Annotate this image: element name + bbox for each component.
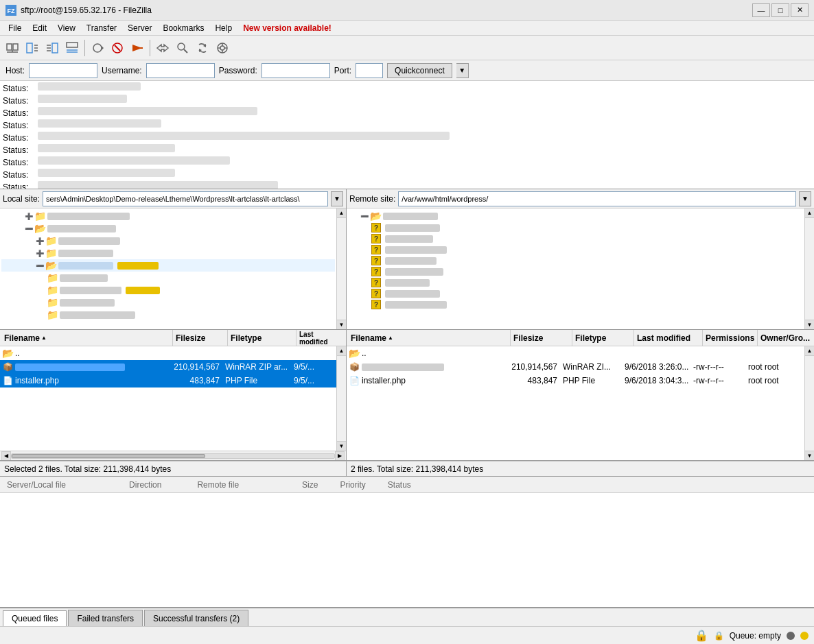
minimize-button[interactable]: — [752, 3, 770, 17]
toolbar-cancel[interactable] [128, 38, 147, 58]
remote-site-path[interactable] [398, 191, 796, 206]
toolbar-refresh[interactable] [193, 38, 212, 58]
tree-expand-icon[interactable]: ➕ [25, 212, 33, 220]
quickconnect-button[interactable]: Quickconnect [387, 63, 452, 78]
tree-item[interactable]: ? [348, 277, 803, 288]
tree-item[interactable]: ? [348, 288, 803, 299]
local-col-filename[interactable]: Filename ▲ [1, 330, 173, 346]
toolbar-networkconfig[interactable] [213, 38, 232, 58]
hscroll-thumb[interactable] [12, 454, 205, 458]
local-file-table[interactable]: 📂 .. 📦 [0, 346, 336, 451]
tree-item[interactable]: ? [348, 266, 803, 277]
tree-item[interactable]: ➕ 📁 [1, 247, 335, 259]
tree-item[interactable]: 📁 [1, 284, 335, 296]
password-input[interactable] [261, 63, 330, 78]
local-site-label: Local site: [3, 194, 40, 204]
table-row[interactable]: 📂 .. [347, 346, 804, 360]
hscroll-track[interactable] [11, 453, 335, 459]
toolbar-local-toggle[interactable] [23, 38, 42, 58]
menu-view[interactable]: View [52, 22, 81, 34]
folder-icon: 📁 [45, 248, 57, 259]
local-files-hscroll[interactable]: ◀ ▶ [0, 451, 346, 460]
tree-item[interactable]: ? [348, 222, 803, 233]
remote-col-owner[interactable]: Owner/Gro... [758, 330, 813, 346]
folder-icon: 📁 [47, 309, 58, 320]
menu-edit[interactable]: Edit [27, 22, 52, 34]
menu-transfer[interactable]: Transfer [81, 22, 122, 34]
menu-server[interactable]: Server [122, 22, 157, 34]
remote-col-filetype[interactable]: Filetype [572, 330, 634, 346]
menu-file[interactable]: File [3, 22, 27, 34]
local-file-tree[interactable]: ➕ 📁 ➖ 📂 ➕ 📁 [0, 208, 336, 329]
table-row[interactable]: 📄 installer.php 483,847 PHP File 9/6/201… [347, 374, 804, 387]
remote-file-table[interactable]: 📂 .. 📦 [347, 346, 804, 460]
toolbar-disconnect[interactable] [108, 38, 127, 58]
tab-queued-files[interactable]: Queued files [3, 610, 67, 627]
svg-point-22 [178, 43, 185, 50]
local-site-dropdown[interactable]: ▼ [331, 191, 343, 206]
local-col-filetype[interactable]: Filetype [228, 330, 296, 346]
table-row[interactable]: 📦 210,914,567 WinRAR ZIP ar... 9/5/... [0, 360, 336, 374]
tab-failed-transfers[interactable]: Failed transfers [68, 610, 143, 626]
status-line: Status: [3, 144, 811, 156]
tree-item[interactable]: ? [348, 244, 803, 255]
local-site-path[interactable] [43, 191, 328, 206]
local-col-filesize[interactable]: Filesize [173, 330, 228, 346]
username-input[interactable] [146, 63, 215, 78]
col-status: Status [384, 480, 415, 490]
quickconnect-dropdown-arrow[interactable]: ▼ [456, 63, 469, 78]
toolbar-log-toggle[interactable] [62, 38, 82, 58]
toolbar-reconnect[interactable] [88, 38, 107, 58]
local-col-modified[interactable]: Last modified [296, 330, 345, 346]
tree-item[interactable]: ➖ 📂 [1, 259, 335, 272]
remote-files-vscroll[interactable]: ▲ ▼ [804, 346, 814, 460]
table-row[interactable]: 📦 210,914,567 WinRAR ZI... 9/6/2018 3:26… [347, 360, 804, 374]
unknown-icon: ? [371, 289, 381, 298]
scroll-right[interactable]: ▶ [335, 451, 345, 461]
table-row[interactable]: 📂 .. [0, 346, 336, 360]
remote-tree-vscroll[interactable]: ▲ ▼ [804, 208, 814, 329]
tab-successful-transfers[interactable]: Successful transfers (2) [144, 610, 248, 626]
tree-item[interactable]: ? [348, 299, 803, 310]
remote-col-modified[interactable]: Last modified [634, 330, 703, 346]
tree-item[interactable]: 📁 [1, 272, 335, 284]
menu-bookmarks[interactable]: Bookmarks [157, 22, 209, 34]
host-input[interactable] [29, 63, 97, 78]
tree-expand-icon[interactable]: ➖ [360, 212, 369, 220]
tree-item[interactable]: ? [348, 255, 803, 266]
tree-expand-icon[interactable]: ➕ [36, 249, 44, 257]
toolbar-search[interactable] [173, 38, 192, 58]
menu-help[interactable]: Help [209, 22, 237, 34]
scroll-left[interactable]: ◀ [1, 451, 11, 461]
remote-col-filename[interactable]: Filename ▲ [348, 330, 511, 346]
local-tree-vscroll[interactable]: ▲ ▼ [336, 208, 346, 329]
local-files-header: Filename ▲ Filesize Filetype Last modifi… [0, 330, 346, 346]
toolbar-remote-toggle[interactable] [43, 38, 62, 58]
tree-item[interactable]: ➖ 📂 [1, 222, 335, 235]
close-button[interactable]: ✕ [791, 3, 809, 17]
svg-rect-14 [67, 43, 78, 47]
toolbar-sync-browse[interactable] [153, 38, 172, 58]
remote-file-tree[interactable]: ➖ 📂 ? ? [347, 208, 804, 329]
tree-expand-icon[interactable]: ➖ [36, 261, 44, 270]
toolbar-sitemanager[interactable] [3, 38, 22, 58]
port-input[interactable] [356, 63, 383, 78]
tree-item[interactable]: ➖ 📂 [348, 210, 803, 222]
col-remote-file: Remote file [193, 480, 243, 490]
menu-new-version[interactable]: New version available! [237, 22, 337, 34]
remote-col-permissions[interactable]: Permissions [703, 330, 758, 346]
parent-folder-icon: 📂 [2, 348, 14, 359]
tree-expand-icon[interactable]: ➖ [25, 224, 33, 232]
status-line: Status: [3, 95, 811, 107]
table-row[interactable]: 📄 installer.php 483,847 PHP File 9/5/... [0, 374, 336, 387]
tree-item[interactable]: 📁 [1, 296, 335, 309]
tree-item[interactable]: 📁 [1, 309, 335, 321]
maximize-button[interactable]: □ [771, 3, 789, 17]
tree-expand-icon[interactable]: ➕ [36, 237, 44, 245]
tree-item[interactable]: ? [348, 233, 803, 244]
local-files-vscroll[interactable]: ▲ ▼ [336, 346, 346, 451]
remote-site-dropdown[interactable]: ▼ [799, 191, 811, 206]
tree-item[interactable]: ➕ 📁 [1, 235, 335, 247]
remote-col-filesize[interactable]: Filesize [511, 330, 572, 346]
tree-item[interactable]: ➕ 📁 [1, 210, 335, 222]
